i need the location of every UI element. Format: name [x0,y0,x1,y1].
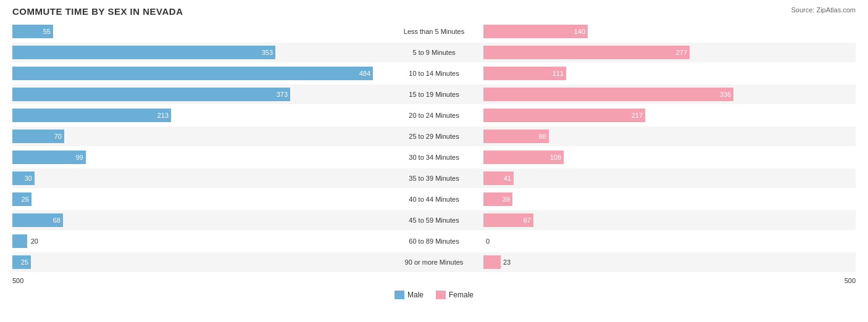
bar-label: 60 to 89 Minutes [385,237,483,245]
male-bar-half: 99 [12,147,385,167]
legend-male: Male [394,291,424,299]
female-bar: 277 [483,46,690,59]
male-value: 213 [157,112,169,119]
male-bar-half: 26 [12,189,385,209]
male-bar: 213 [12,109,171,122]
male-bar: 373 [12,88,290,101]
male-value: 20 [31,237,38,245]
male-value: 68 [53,217,61,224]
bar-row: 37315 to 19 Minutes336 [12,85,856,104]
legend-female: Female [436,291,474,299]
male-bar: 25 [12,255,31,269]
bar-label: 90 or more Minutes [385,258,483,266]
male-bar-half: 70 [12,126,385,146]
bar-label: 40 to 44 Minutes [385,196,483,203]
male-bar-half: 30 [12,168,385,188]
axis-right-label: 500 [845,277,856,284]
female-bar-half: 41 [483,168,856,188]
bar-label: 10 to 14 Minutes [385,70,483,77]
male-bar: 484 [12,67,373,80]
bar-row: 2640 to 44 Minutes39 [12,189,856,209]
female-value: 88 [539,133,546,140]
male-bar-half: 373 [12,85,385,104]
female-bar-half: 140 [483,22,856,41]
bar-row: 48410 to 14 Minutes111 [12,64,856,83]
female-bar: 336 [483,88,733,101]
bar-label: 45 to 59 Minutes [385,217,483,224]
male-bar-half: 20 [12,231,385,251]
female-value: 67 [524,217,531,224]
male-bar: 70 [12,130,64,143]
female-bar-half: 88 [483,126,856,146]
male-bar: 20 [12,234,27,248]
female-value: 277 [676,49,687,56]
female-bar-half: 277 [483,43,856,62]
axis-left-label: 500 [12,277,23,284]
bar-row: 2060 to 89 Minutes0 [12,231,856,251]
female-legend-box [436,291,446,299]
male-value: 55 [43,28,51,35]
male-value: 26 [22,196,29,203]
legend: Male Female [12,291,856,299]
male-value: 25 [21,258,28,266]
male-bar: 68 [12,213,63,227]
bar-label: 25 to 29 Minutes [385,133,483,140]
female-bar-half: 336 [483,85,856,104]
female-bar: 67 [483,213,533,227]
bar-row: 9930 to 34 Minutes108 [12,147,856,167]
bar-row: 2590 or more Minutes23 [12,252,856,272]
female-bar-half: 39 [483,189,856,209]
female-bar: 111 [483,67,566,80]
female-value: 41 [504,175,511,182]
male-bar-half: 25 [12,252,385,272]
bar-row: 6845 to 59 Minutes67 [12,210,856,230]
axis-left: 500 [12,277,390,284]
bar-label: 20 to 24 Minutes [385,112,483,119]
bar-row: 3035 to 39 Minutes41 [12,168,856,188]
female-value: 39 [503,196,510,203]
female-value: 23 [503,258,511,266]
female-bar-half: 0 [483,231,856,251]
male-bar: 55 [12,25,53,38]
male-bar-half: 213 [12,105,385,125]
female-value: 108 [550,154,561,161]
bar-label: 5 to 9 Minutes [385,49,483,56]
bar-chart-area: 55Less than 5 Minutes1403535 to 9 Minute… [12,22,856,272]
male-bar: 353 [12,46,275,59]
bar-label: 35 to 39 Minutes [385,175,483,182]
bar-label: 30 to 34 Minutes [385,154,483,161]
female-value: 217 [632,112,643,119]
male-value: 30 [25,175,32,182]
bar-label: Less than 5 Minutes [385,28,483,35]
male-legend-box [394,291,404,299]
bar-row: 7025 to 29 Minutes88 [12,126,856,146]
bar-label: 15 to 19 Minutes [385,91,483,98]
male-value: 99 [76,154,83,161]
female-legend-label: Female [449,291,474,299]
female-bar: 108 [483,151,564,164]
female-bar: 39 [483,192,512,206]
female-bar-half: 111 [483,64,856,83]
bar-row: 3535 to 9 Minutes277 [12,43,856,62]
male-value: 70 [54,133,62,140]
male-bar-half: 353 [12,43,385,62]
male-bar-half: 68 [12,210,385,230]
male-value: 484 [359,70,370,77]
female-bar: 41 [483,171,514,185]
female-bar: 217 [483,109,645,122]
female-bar-half: 67 [483,210,856,230]
male-bar-half: 484 [12,64,385,83]
female-value: 111 [553,70,564,77]
female-value: 0 [486,237,490,245]
chart-container: COMMUTE TIME BY SEX IN NEVADA Source: Zi… [0,0,868,322]
bar-row: 55Less than 5 Minutes140 [12,22,856,41]
axis-row: 500 500 [12,275,856,287]
female-bar: 23 [483,255,501,269]
source-label: Source: ZipAtlas.com [791,6,856,14]
male-legend-label: Male [407,291,424,299]
male-bar: 99 [12,151,86,164]
male-value: 353 [262,49,273,56]
female-value: 336 [720,91,731,98]
male-bar: 30 [12,171,35,185]
axis-right: 500 [478,277,856,284]
